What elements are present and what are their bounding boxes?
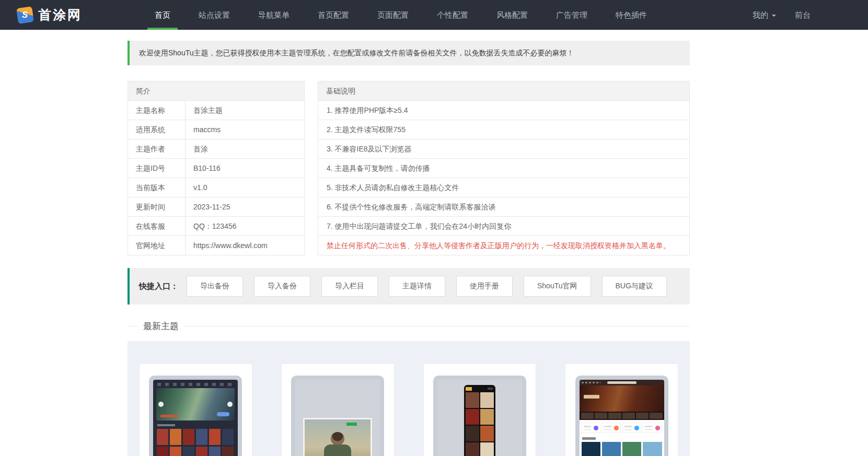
intro-row-1: 主题名称首涂主题	[128, 101, 305, 120]
theme-preview-frame	[291, 376, 384, 456]
theme-preview-art	[580, 442, 664, 456]
theme-preview-art	[209, 429, 221, 445]
latest-themes-grid	[128, 341, 690, 456]
intro-row-5: 当前版本v1.0	[128, 178, 305, 197]
nav-item-3[interactable]: 导航菜单	[244, 0, 304, 30]
theme-preview-art	[303, 418, 372, 456]
theme-preview-art	[581, 413, 594, 419]
theme-preview-art	[650, 413, 662, 419]
notes-row-4: 4. 主题具备可复制性，请勿传播	[318, 159, 690, 178]
theme-preview-image	[295, 380, 380, 456]
notes-row-text: 2. 主题文件读写权限755	[318, 120, 690, 139]
theme-preview-art	[331, 432, 344, 446]
theme-preview-art	[157, 447, 168, 456]
quick-button-4[interactable]: 主题详情	[389, 276, 445, 297]
app-logo[interactable]: S 首涂网	[17, 6, 82, 24]
theme-preview-art	[580, 385, 664, 412]
quick-button-6[interactable]: ShouTu官网	[524, 276, 591, 297]
notes-row-5: 5. 非技术人员请勿私自修改主题核心文件	[318, 178, 690, 197]
info-tables: 简介 主题名称首涂主题适用系统maccms主题作者首涂主题ID号B10-116当…	[128, 81, 690, 255]
theme-preview-art	[582, 382, 600, 383]
notes-table-title: 基础说明	[318, 81, 690, 101]
intro-row-value: 首涂主题	[186, 101, 305, 120]
chevron-down-icon	[772, 15, 776, 19]
theme-preview-art	[466, 409, 479, 425]
theme-card-2[interactable]	[281, 364, 395, 456]
theme-preview-art	[580, 420, 664, 436]
theme-preview-art	[466, 442, 479, 456]
license-warning-text: 禁止任何形式的二次出售、分享他人等侵害作者及正版用户的行为，一经发现取消授权资格…	[318, 236, 690, 255]
theme-preview-art	[466, 426, 479, 441]
nav-item-9[interactable]: 特色插件	[601, 0, 661, 30]
nav-right-item-2[interactable]: 前台	[795, 0, 811, 30]
intro-row-value: B10-116	[186, 159, 305, 178]
nav-right-item-1[interactable]: 我的	[753, 0, 776, 30]
license-warning-row: 禁止任何形式的二次出售、分享他人等侵害作者及正版用户的行为，一经发现取消授权资格…	[318, 236, 690, 255]
theme-preview-art	[480, 442, 494, 456]
theme-preview-art	[157, 429, 168, 445]
theme-preview-art	[580, 380, 664, 385]
main-nav: 首页站点设置导航菜单首页配置页面配置个性配置风格配置广告管理特色插件	[141, 0, 661, 30]
intro-row-value: v1.0	[186, 178, 305, 197]
nav-item-5[interactable]: 页面配置	[363, 0, 423, 30]
quick-button-2[interactable]: 导入备份	[254, 276, 310, 297]
nav-item-1[interactable]: 首页	[141, 0, 184, 30]
theme-preview-art	[170, 429, 181, 445]
heading-line-left	[128, 326, 138, 326]
theme-preview-art	[158, 402, 164, 407]
quick-button-3[interactable]: 导入栏目	[321, 276, 378, 297]
theme-preview-art	[196, 447, 207, 456]
theme-preview-image	[153, 380, 238, 456]
theme-preview-art	[584, 395, 599, 399]
nav-item-6[interactable]: 个性配置	[423, 0, 482, 30]
theme-preview-art	[324, 445, 351, 456]
theme-preview-art	[480, 409, 494, 425]
theme-preview-art	[602, 423, 621, 433]
theme-preview-art	[183, 429, 194, 445]
theme-card-3[interactable]	[423, 364, 537, 456]
theme-preview-art	[222, 447, 234, 456]
theme-preview-art	[466, 387, 494, 391]
theme-preview-image	[437, 380, 522, 456]
theme-preview-art	[222, 429, 234, 445]
theme-preview-art	[595, 413, 607, 419]
theme-preview-art	[157, 424, 175, 426]
intro-row-value: 首涂	[186, 139, 305, 159]
theme-card-4[interactable]	[565, 364, 678, 456]
theme-preview-art	[196, 429, 207, 445]
theme-preview-art	[608, 413, 621, 419]
notes-table: 基础说明 1. 推荐使用PHP版本≥5.42. 主题文件读写权限7553. 不兼…	[318, 81, 690, 255]
intro-row-value: QQ：123456	[186, 217, 305, 236]
quick-button-7[interactable]: BUG与建议	[602, 276, 667, 297]
theme-preview-art	[582, 437, 596, 440]
theme-preview-art	[636, 413, 649, 419]
nav-item-2[interactable]: 站点设置	[184, 0, 244, 30]
intro-row-6: 更新时间2023-11-25	[128, 197, 305, 217]
quick-button-5[interactable]: 使用手册	[456, 276, 513, 297]
nav-item-4[interactable]: 首页配置	[304, 0, 363, 30]
theme-preview-art	[170, 447, 181, 456]
quick-button-1[interactable]: 导出备份	[187, 276, 243, 297]
intro-row-value: https://www.dkewl.com	[186, 236, 305, 255]
theme-preview-art	[464, 385, 495, 456]
intro-row-label: 主题ID号	[128, 159, 186, 178]
theme-preview-art	[622, 442, 641, 456]
notes-row-text: 1. 推荐使用PHP版本≥5.4	[318, 101, 690, 120]
intro-row-2: 适用系统maccms	[128, 120, 305, 139]
notes-row-text: 4. 主题具备可复制性，请勿传播	[318, 159, 690, 178]
notes-row-text: 3. 不兼容IE8及以下浏览器	[318, 139, 690, 159]
intro-row-label: 主题作者	[128, 139, 186, 159]
notes-row-text: 7. 使用中出现问题请提交工单，我们会在24小时内回复你	[318, 217, 690, 236]
theme-card-1[interactable]	[139, 364, 252, 456]
nav-item-7[interactable]: 风格配置	[482, 0, 542, 30]
intro-table: 简介 主题名称首涂主题适用系统maccms主题作者首涂主题ID号B10-116当…	[128, 81, 305, 255]
logo-glyph: S	[22, 10, 28, 20]
nav-item-8[interactable]: 广告管理	[542, 0, 601, 30]
quick-entry-label: 快捷入口：	[139, 282, 178, 291]
welcome-alert-text: 欢迎使用ShouTu主题，您已获得授权使用本主题管理系统，在您配置或修改文件前请…	[139, 49, 574, 57]
theme-preview-art	[153, 429, 238, 456]
theme-preview-art	[622, 423, 641, 433]
theme-preview-art	[602, 442, 621, 456]
notes-row-1: 1. 推荐使用PHP版本≥5.4	[318, 101, 690, 120]
intro-row-8: 官网地址https://www.dkewl.com	[128, 236, 305, 255]
